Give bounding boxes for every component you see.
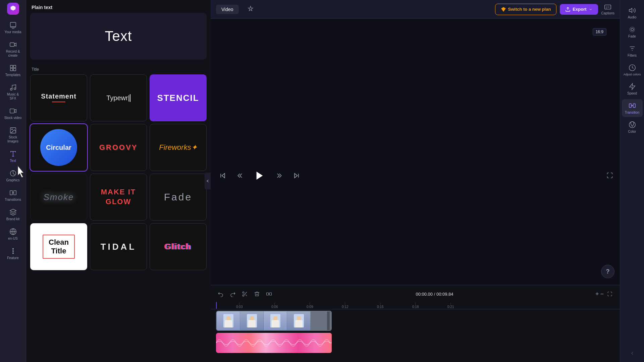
panel-header: Plain text xyxy=(26,0,211,13)
graphics-icon xyxy=(9,170,17,177)
svg-rect-40 xyxy=(633,104,635,108)
skip-forward-button[interactable] xyxy=(291,170,302,181)
export-button[interactable]: Export xyxy=(560,4,598,15)
tab-auto-title[interactable] xyxy=(242,4,259,15)
sidebar-item-label: Stock video xyxy=(4,116,22,120)
sidebar-item-label: Graphics xyxy=(6,178,19,182)
rewind-button[interactable] xyxy=(235,170,246,181)
plain-text-card[interactable]: Text xyxy=(30,13,207,60)
right-tool-color[interactable]: Color xyxy=(622,118,643,136)
forward-button[interactable] xyxy=(274,170,284,181)
right-tool-speed[interactable]: Speed xyxy=(622,80,643,98)
stencil-card[interactable]: Stencil xyxy=(150,74,207,121)
audio-track[interactable] xyxy=(216,333,614,353)
video-track[interactable] xyxy=(216,311,614,331)
ruler-mark-006: 0:06 xyxy=(271,302,278,309)
preview-wrapper: 16:9 xyxy=(217,24,613,165)
sidebar-item-your-media[interactable]: Your media xyxy=(2,19,24,37)
groovy-card[interactable]: GROOVY xyxy=(90,124,147,171)
current-time: 00:00.00 xyxy=(416,292,433,297)
svg-rect-8 xyxy=(10,109,14,113)
sidebar-item-label: en-US xyxy=(8,237,17,241)
music-icon xyxy=(9,84,17,91)
svg-rect-5 xyxy=(13,68,15,71)
fullscreen-button[interactable] xyxy=(606,172,613,180)
right-tool-label: Adjust colors xyxy=(624,73,641,76)
svg-point-29 xyxy=(243,292,244,293)
switch-plan-button[interactable]: Switch to a new plan xyxy=(495,4,557,15)
sidebar-item-transitions[interactable]: Transitions xyxy=(2,186,24,204)
chevron-left-icon xyxy=(630,351,635,356)
right-tool-adjust[interactable]: Adjust colors xyxy=(622,61,643,79)
cut-button[interactable] xyxy=(240,289,250,299)
sidebar-item-stock-images[interactable]: Stock Images xyxy=(2,124,24,146)
ruler-mark-012: 0:12 xyxy=(342,302,348,309)
glitch-card[interactable]: Glitch xyxy=(150,223,207,270)
transition-icon xyxy=(629,102,636,109)
brand-icon xyxy=(9,208,17,216)
svg-point-30 xyxy=(243,295,244,296)
filters-icon xyxy=(629,45,636,52)
text-panel: Plain text Text Title Statement Typewr| xyxy=(26,0,211,362)
right-tool-label: Audio xyxy=(628,15,637,19)
sidebar-item-lang[interactable]: en-US xyxy=(2,225,24,243)
right-sidebar-collapse[interactable] xyxy=(628,349,637,358)
sidebar-item-feature[interactable]: Feature xyxy=(2,245,24,263)
fit-timeline-button[interactable] xyxy=(605,289,614,299)
undo-button[interactable] xyxy=(216,289,225,299)
total-time: 00:09.84 xyxy=(436,292,453,297)
timeline: 00:00.00 / 00:09.84 + − 0:03 0:06 0:09 0… xyxy=(211,285,620,362)
ruler-mark-003: 0:03 xyxy=(236,302,243,309)
tidal-card[interactable]: TIDAL xyxy=(90,223,147,270)
timeline-ruler: 0:03 0:06 0:09 0:12 0:15 0:18 0:21 xyxy=(211,301,620,309)
zoom-in-button[interactable]: + xyxy=(595,291,599,298)
aspect-ratio-badge: 16:9 xyxy=(593,28,606,36)
sidebar-item-record-create[interactable]: Record &create xyxy=(2,38,24,60)
redo-button[interactable] xyxy=(228,289,237,299)
captions-button[interactable]: Captions xyxy=(601,3,614,15)
make-it-glow-card[interactable]: MAKE IT GLOW xyxy=(90,174,147,221)
svg-rect-1 xyxy=(10,43,14,47)
statement-card[interactable]: Statement xyxy=(30,74,87,121)
delete-button[interactable] xyxy=(252,289,262,299)
sidebar-item-graphics[interactable]: Graphics xyxy=(2,167,24,185)
svg-rect-18 xyxy=(605,5,611,9)
fireworks-card[interactable]: Fireworks✦ xyxy=(150,124,207,171)
circular-card[interactable]: Circular xyxy=(30,124,87,171)
clean-title-card[interactable]: Clean Title xyxy=(30,223,87,270)
sidebar-item-stock-video[interactable]: Stock video xyxy=(2,105,24,123)
right-tool-filters[interactable]: Filters xyxy=(622,42,643,60)
skip-back-button[interactable] xyxy=(217,170,228,181)
svg-rect-0 xyxy=(10,22,16,27)
sidebar-item-music[interactable]: Music & SFX xyxy=(2,81,24,103)
right-tool-audio[interactable]: Audio xyxy=(622,4,643,22)
video-controls xyxy=(217,165,613,186)
svg-rect-12 xyxy=(10,191,12,195)
panel-collapse-button[interactable] xyxy=(205,173,211,189)
play-button[interactable] xyxy=(252,168,267,183)
templates-icon xyxy=(9,64,17,72)
right-tool-transition[interactable]: Transition xyxy=(622,99,643,117)
main-area: Video Switch to a new plan Export Captio… xyxy=(211,0,620,362)
svg-rect-13 xyxy=(13,191,16,195)
svg-point-33 xyxy=(630,27,635,32)
forward-icon xyxy=(276,172,282,179)
svg-rect-3 xyxy=(13,65,15,68)
smoke-card[interactable]: Smoke xyxy=(30,174,87,221)
right-tool-fade[interactable]: Fade xyxy=(622,23,643,41)
sidebar-item-brand[interactable]: Brand kit xyxy=(2,206,24,224)
scissors-icon xyxy=(242,291,248,297)
track-thumbnail-3 xyxy=(264,311,287,330)
help-button[interactable]: ? xyxy=(601,265,614,278)
split-button[interactable] xyxy=(264,289,274,299)
fade-card[interactable]: Fade xyxy=(150,174,207,221)
sidebar-item-text[interactable]: Text xyxy=(2,147,24,166)
right-tool-label: Color xyxy=(628,130,636,133)
zoom-out-button[interactable]: − xyxy=(600,291,604,298)
tab-video[interactable]: Video xyxy=(216,5,239,14)
typewr-card[interactable]: Typewr| xyxy=(90,74,147,121)
sidebar-item-templates[interactable]: Templates xyxy=(2,62,24,80)
plain-text-label: Text xyxy=(105,28,132,44)
svg-marker-27 xyxy=(294,173,297,178)
media-icon xyxy=(9,21,17,29)
